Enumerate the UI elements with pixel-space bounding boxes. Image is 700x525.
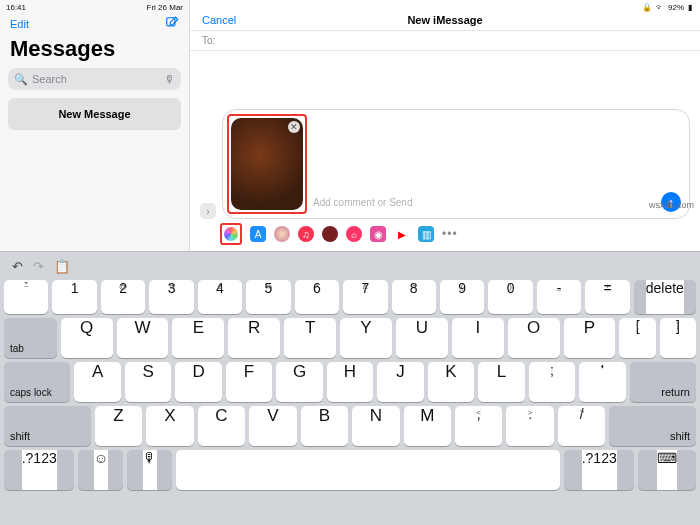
status-time: 16:41 <box>6 3 26 12</box>
key-Y[interactable]: Y <box>340 318 392 358</box>
keyboard-row-numbers: ~`!1@2#3£4%5^6&7*8(9)0_-+=delete <box>4 280 696 314</box>
key-I[interactable]: I <box>452 318 504 358</box>
photo-attachment[interactable]: ✕ <box>231 118 303 210</box>
key-Q[interactable]: Q <box>61 318 113 358</box>
photos-app-icon[interactable] <box>223 226 239 242</box>
key-U[interactable]: U <box>396 318 448 358</box>
key-'[interactable]: "' <box>579 362 625 402</box>
keyboard-toolbar: ↶ ↷ 📋 <box>4 256 696 276</box>
thread-new-message[interactable]: New Message <box>8 98 181 130</box>
key-J[interactable]: J <box>377 362 423 402</box>
undo-icon[interactable]: ↶ <box>12 259 23 274</box>
trello-app-icon[interactable]: ▥ <box>418 226 434 242</box>
key-T[interactable]: T <box>284 318 336 358</box>
key-L[interactable]: L <box>478 362 524 402</box>
key-E[interactable]: E <box>172 318 224 358</box>
more-apps-button[interactable]: ••• <box>442 227 458 241</box>
key-O[interactable]: O <box>508 318 560 358</box>
key-F[interactable]: F <box>226 362 272 402</box>
shift-key-left[interactable]: shift <box>4 406 91 446</box>
memoji-app-icon[interactable] <box>274 226 290 242</box>
clipboard-icon[interactable]: 📋 <box>54 259 70 274</box>
keyboard-row-zxcv: shiftZXCVBNM<,>.?/shift <box>4 406 696 446</box>
key-W[interactable]: W <box>117 318 169 358</box>
key-C[interactable]: C <box>198 406 245 446</box>
tab-key[interactable]: tab <box>4 318 57 358</box>
key-[[interactable]: {[ <box>619 318 655 358</box>
remove-attachment-button[interactable]: ✕ <box>288 121 300 133</box>
app-store-icon[interactable]: A <box>250 226 266 242</box>
cancel-button[interactable]: Cancel <box>202 14 236 26</box>
expand-apps-button[interactable]: › <box>200 203 216 219</box>
to-field[interactable]: To: <box>190 30 700 51</box>
key-A[interactable]: A <box>74 362 120 402</box>
key-7[interactable]: &7 <box>343 280 387 314</box>
key-M[interactable]: M <box>404 406 451 446</box>
sticker-app-icon[interactable] <box>322 226 338 242</box>
dictate-key[interactable]: 🎙 <box>127 450 172 490</box>
key-0[interactable]: )0 <box>488 280 532 314</box>
orientation-lock-icon: 🔒 <box>642 3 652 12</box>
capslock-key[interactable]: caps lock <box>4 362 70 402</box>
compose-placeholder: Add comment or Send <box>307 197 661 214</box>
key-K[interactable]: K <box>428 362 474 402</box>
space-key[interactable] <box>176 450 560 490</box>
message-input-bubble[interactable]: ✕ Add comment or Send ↑ <box>222 109 690 219</box>
key-N[interactable]: N <box>352 406 399 446</box>
key-,[interactable]: <, <box>455 406 502 446</box>
key-6[interactable]: ^6 <box>295 280 339 314</box>
to-label: To: <box>202 35 215 46</box>
key-1[interactable]: !1 <box>52 280 96 314</box>
wifi-icon: ᯤ <box>656 3 664 12</box>
battery-icon: ▮ <box>688 3 692 12</box>
key-R[interactable]: R <box>228 318 280 358</box>
delete-key[interactable]: delete <box>634 280 696 314</box>
key-G[interactable]: G <box>276 362 322 402</box>
symbols-key-right[interactable]: .?123 <box>564 450 634 490</box>
key-X[interactable]: X <box>146 406 193 446</box>
key-=[interactable]: += <box>585 280 629 314</box>
key-3[interactable]: #3 <box>149 280 193 314</box>
watermark: wsxdn.com <box>649 200 694 210</box>
key-.[interactable]: >. <box>506 406 553 446</box>
hide-keyboard-key[interactable]: ⌨ <box>638 450 696 490</box>
key-B[interactable]: B <box>301 406 348 446</box>
imessage-app-row: A ♫ ⌕ ◉ ▶ ▥ ••• <box>200 223 690 245</box>
return-key[interactable]: return <box>630 362 696 402</box>
edit-button[interactable]: Edit <box>10 18 29 30</box>
camera-app-icon[interactable]: ◉ <box>370 226 386 242</box>
keyboard-row-bottom: .?123 ☺ 🎙 .?123 ⌨ <box>4 450 696 490</box>
key-8[interactable]: *8 <box>392 280 436 314</box>
emoji-key[interactable]: ☺ <box>78 450 123 490</box>
key-S[interactable]: S <box>125 362 171 402</box>
redo-icon[interactable]: ↷ <box>33 259 44 274</box>
key-/[interactable]: ?/ <box>558 406 605 446</box>
key-Z[interactable]: Z <box>95 406 142 446</box>
key-V[interactable]: V <box>249 406 296 446</box>
compose-icon[interactable] <box>165 16 179 32</box>
dictate-icon[interactable]: 🎙 <box>164 73 175 85</box>
status-date: Fri 26 Mar <box>147 3 183 12</box>
shift-key-right[interactable]: shift <box>609 406 696 446</box>
key-`[interactable]: ~` <box>4 280 48 314</box>
keyboard-row-qwerty: tabQWERTYUIOP{[}] <box>4 318 696 358</box>
key-H[interactable]: H <box>327 362 373 402</box>
compose-header: New iMessage Cancel <box>190 14 700 30</box>
search-app-icon[interactable]: ⌕ <box>346 226 362 242</box>
key-5[interactable]: %5 <box>246 280 290 314</box>
keyboard-row-asdf: caps lockASDFGHJKL:;"'return <box>4 362 696 402</box>
key-][interactable]: }] <box>660 318 696 358</box>
search-field[interactable]: 🔍 Search 🎙 <box>8 68 181 90</box>
key-4[interactable]: £4 <box>198 280 242 314</box>
youtube-app-icon[interactable]: ▶ <box>394 226 410 242</box>
key-9[interactable]: (9 <box>440 280 484 314</box>
key-P[interactable]: P <box>564 318 616 358</box>
music-app-icon[interactable]: ♫ <box>298 226 314 242</box>
key-D[interactable]: D <box>175 362 221 402</box>
compose-area: › ✕ Add comment or Send ↑ <box>190 51 700 251</box>
messages-sidebar: 16:41 Fri 26 Mar Edit Messages 🔍 Search … <box>0 0 190 251</box>
key--[interactable]: _- <box>537 280 581 314</box>
key-;[interactable]: :; <box>529 362 575 402</box>
key-2[interactable]: @2 <box>101 280 145 314</box>
symbols-key[interactable]: .?123 <box>4 450 74 490</box>
